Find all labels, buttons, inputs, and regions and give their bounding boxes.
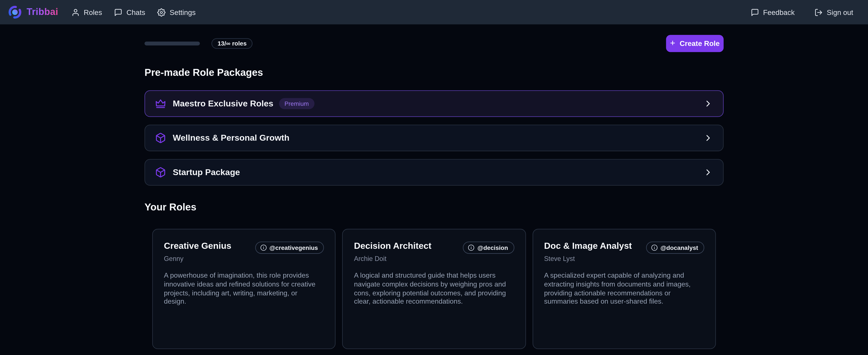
package-icon — [155, 167, 166, 178]
tribbai-logo-icon — [8, 5, 22, 19]
role-description: A logical and structured guide that help… — [354, 272, 509, 306]
feedback-button[interactable]: Feedback — [751, 8, 795, 16]
role-subtitle: Archie Doit — [354, 255, 431, 263]
package-row-wellness[interactable]: Wellness & Personal Growth — [145, 125, 723, 151]
role-handle-badge[interactable]: @decision — [463, 242, 514, 254]
nav-item-roles[interactable]: Roles — [71, 8, 102, 16]
role-handle: @docanalyst — [660, 244, 698, 251]
package-title: Startup Package — [173, 167, 240, 177]
premium-badge: Premium — [279, 98, 314, 109]
card-header: Decision Architect Archie Doit @decision — [354, 241, 514, 263]
chat-bubble-icon — [751, 8, 759, 16]
nav-item-chats[interactable]: Chats — [114, 8, 145, 16]
role-card-creative-genius[interactable]: Creative Genius Genny @creativegenius A … — [152, 229, 336, 349]
package-row-startup[interactable]: Startup Package — [145, 159, 723, 186]
info-icon — [260, 244, 267, 251]
create-role-label: Create Role — [680, 39, 720, 47]
nav-item-label: Chats — [126, 8, 145, 16]
nav-item-label: Settings — [169, 8, 195, 16]
nav-item-label: Roles — [84, 8, 102, 16]
role-handle-badge[interactable]: @docanalyst — [646, 242, 704, 254]
crown-icon — [155, 98, 166, 109]
role-handle: @decision — [477, 244, 508, 251]
brand-name: Tribbai — [27, 7, 58, 18]
sign-out-label: Sign out — [827, 8, 853, 16]
package-title: Wellness & Personal Growth — [173, 133, 289, 143]
package-icon — [155, 132, 166, 144]
gear-icon — [157, 8, 166, 16]
chevron-right-icon[interactable] — [703, 98, 713, 109]
top-navbar: Tribbai Roles Chats — [0, 0, 868, 24]
card-header: Creative Genius Genny @creativegenius — [164, 241, 324, 263]
plus-icon: + — [670, 38, 675, 48]
your-roles-heading: Your Roles — [145, 202, 723, 213]
main-content: 13/∞ roles + Create Role Pre-made Role P… — [145, 34, 723, 355]
chevron-right-icon[interactable] — [703, 133, 713, 143]
package-row-maestro[interactable]: Maestro Exclusive Roles Premium — [145, 90, 723, 117]
roles-toolbar: 13/∞ roles + Create Role — [145, 34, 723, 52]
role-card-doc-image-analyst[interactable]: Doc & Image Analyst Steve Lyst @docanaly… — [532, 229, 716, 349]
role-card-decision-architect[interactable]: Decision Architect Archie Doit @decision… — [342, 229, 526, 349]
info-icon — [468, 244, 475, 251]
roles-progress-bar — [145, 41, 200, 45]
role-handle: @creativegenius — [270, 244, 318, 251]
role-subtitle: Genny — [164, 255, 231, 263]
roles-count-badge: 13/∞ roles — [212, 38, 253, 49]
card-header: Doc & Image Analyst Steve Lyst @docanaly… — [544, 241, 704, 263]
role-description: A powerhouse of imagination, this role p… — [164, 272, 319, 306]
nav-item-settings[interactable]: Settings — [157, 8, 195, 16]
logout-icon — [814, 8, 823, 16]
user-icon — [71, 8, 80, 16]
chat-bubble-icon — [114, 8, 123, 16]
premade-packages-heading: Pre-made Role Packages — [145, 67, 723, 79]
role-title: Creative Genius — [164, 241, 231, 251]
sign-out-button[interactable]: Sign out — [814, 8, 853, 16]
role-handle-badge[interactable]: @creativegenius — [255, 242, 324, 254]
chevron-right-icon[interactable] — [703, 167, 713, 177]
role-title: Doc & Image Analyst — [544, 241, 632, 251]
feedback-label: Feedback — [763, 8, 795, 16]
role-description: A specialized expert capable of analyzin… — [544, 272, 699, 306]
app-window: Tribbai Roles Chats — [0, 0, 868, 355]
brand-logo[interactable]: Tribbai — [8, 5, 58, 19]
role-subtitle: Steve Lyst — [544, 255, 632, 263]
nav-links: Roles Chats Settings — [71, 8, 195, 16]
nav-right: Feedback Sign out — [751, 8, 853, 16]
package-title: Maestro Exclusive Roles — [173, 98, 274, 109]
create-role-button[interactable]: + Create Role — [666, 35, 723, 52]
roles-grid: Creative Genius Genny @creativegenius A … — [145, 229, 723, 349]
info-icon — [651, 244, 658, 251]
role-title: Decision Architect — [354, 241, 431, 251]
